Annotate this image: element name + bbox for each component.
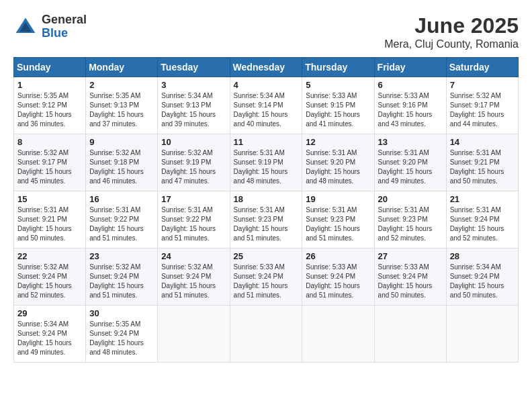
- day-info: Sunrise: 5:32 AM Sunset: 9:24 PM Dayligh…: [17, 263, 82, 300]
- day-number: 5: [306, 80, 370, 90]
- day-cell: 15Sunrise: 5:31 AM Sunset: 9:21 PM Dayli…: [14, 191, 86, 248]
- day-info: Sunrise: 5:34 AM Sunset: 9:14 PM Dayligh…: [234, 91, 299, 129]
- day-cell: [446, 306, 518, 363]
- week-row-5: 29Sunrise: 5:34 AM Sunset: 9:24 PM Dayli…: [14, 306, 519, 363]
- day-cell: 18Sunrise: 5:31 AM Sunset: 9:23 PM Dayli…: [230, 191, 302, 248]
- day-number: 25: [234, 251, 299, 261]
- day-cell: 12Sunrise: 5:31 AM Sunset: 9:20 PM Dayli…: [302, 134, 374, 191]
- day-info: Sunrise: 5:35 AM Sunset: 9:24 PM Dayligh…: [89, 320, 154, 357]
- day-header-sunday: Sunday: [14, 58, 86, 77]
- day-cell: 3Sunrise: 5:34 AM Sunset: 9:13 PM Daylig…: [158, 77, 230, 134]
- day-header-monday: Monday: [86, 58, 158, 77]
- day-number: 1: [17, 80, 82, 90]
- day-cell: 22Sunrise: 5:32 AM Sunset: 9:24 PM Dayli…: [14, 248, 86, 306]
- day-cell: 6Sunrise: 5:33 AM Sunset: 9:16 PM Daylig…: [374, 77, 446, 134]
- day-cell: 24Sunrise: 5:32 AM Sunset: 9:24 PM Dayli…: [158, 248, 230, 306]
- day-header-saturday: Saturday: [446, 58, 518, 77]
- title-area: June 2025 Mera, Cluj County, Romania: [384, 13, 519, 50]
- day-cell: 28Sunrise: 5:34 AM Sunset: 9:24 PM Dayli…: [446, 248, 518, 306]
- day-number: 15: [17, 194, 82, 204]
- day-number: 27: [378, 251, 443, 261]
- day-cell: 23Sunrise: 5:32 AM Sunset: 9:24 PM Dayli…: [86, 248, 158, 306]
- day-number: 4: [234, 80, 299, 90]
- day-info: Sunrise: 5:31 AM Sunset: 9:23 PM Dayligh…: [306, 205, 370, 243]
- week-row-3: 15Sunrise: 5:31 AM Sunset: 9:21 PM Dayli…: [14, 191, 519, 248]
- day-cell: 20Sunrise: 5:31 AM Sunset: 9:23 PM Dayli…: [374, 191, 446, 248]
- main-title: June 2025: [384, 13, 519, 38]
- day-info: Sunrise: 5:31 AM Sunset: 9:23 PM Dayligh…: [378, 205, 443, 243]
- logo-icon: [13, 15, 38, 39]
- day-number: 13: [378, 137, 443, 147]
- day-info: Sunrise: 5:33 AM Sunset: 9:16 PM Dayligh…: [378, 91, 443, 129]
- day-header-wednesday: Wednesday: [230, 58, 302, 77]
- day-info: Sunrise: 5:33 AM Sunset: 9:15 PM Dayligh…: [306, 91, 370, 129]
- day-info: Sunrise: 5:32 AM Sunset: 9:24 PM Dayligh…: [161, 263, 226, 300]
- day-number: 14: [450, 137, 515, 147]
- day-number: 18: [234, 194, 299, 204]
- day-cell: 13Sunrise: 5:31 AM Sunset: 9:20 PM Dayli…: [374, 134, 446, 191]
- day-number: 16: [89, 194, 154, 204]
- day-info: Sunrise: 5:33 AM Sunset: 9:24 PM Dayligh…: [378, 263, 443, 300]
- day-cell: [302, 306, 374, 363]
- day-cell: 14Sunrise: 5:31 AM Sunset: 9:21 PM Dayli…: [446, 134, 518, 191]
- logo: General Blue: [13, 13, 87, 40]
- day-info: Sunrise: 5:32 AM Sunset: 9:19 PM Dayligh…: [161, 148, 226, 186]
- day-info: Sunrise: 5:33 AM Sunset: 9:24 PM Dayligh…: [234, 263, 299, 300]
- day-cell: [158, 306, 230, 363]
- day-cell: 7Sunrise: 5:32 AM Sunset: 9:17 PM Daylig…: [446, 77, 518, 134]
- day-number: 12: [306, 137, 370, 147]
- day-number: 7: [450, 80, 515, 90]
- day-number: 22: [17, 251, 82, 261]
- logo-text: General Blue: [42, 13, 87, 40]
- day-info: Sunrise: 5:31 AM Sunset: 9:21 PM Dayligh…: [17, 205, 82, 243]
- day-cell: 9Sunrise: 5:32 AM Sunset: 9:18 PM Daylig…: [86, 134, 158, 191]
- day-header-friday: Friday: [374, 58, 446, 77]
- day-number: 30: [89, 308, 154, 318]
- day-cell: 27Sunrise: 5:33 AM Sunset: 9:24 PM Dayli…: [374, 248, 446, 306]
- day-cell: 26Sunrise: 5:33 AM Sunset: 9:24 PM Dayli…: [302, 248, 374, 306]
- day-number: 10: [161, 137, 226, 147]
- day-info: Sunrise: 5:35 AM Sunset: 9:12 PM Dayligh…: [17, 91, 82, 129]
- subtitle: Mera, Cluj County, Romania: [384, 38, 519, 50]
- week-row-1: 1Sunrise: 5:35 AM Sunset: 9:12 PM Daylig…: [14, 77, 519, 134]
- day-cell: [230, 306, 302, 363]
- day-number: 9: [89, 137, 154, 147]
- day-header-thursday: Thursday: [302, 58, 374, 77]
- day-info: Sunrise: 5:32 AM Sunset: 9:17 PM Dayligh…: [450, 91, 515, 129]
- day-number: 19: [306, 194, 370, 204]
- calendar: SundayMondayTuesdayWednesdayThursdayFrid…: [13, 57, 519, 363]
- day-cell: 10Sunrise: 5:32 AM Sunset: 9:19 PM Dayli…: [158, 134, 230, 191]
- day-info: Sunrise: 5:32 AM Sunset: 9:24 PM Dayligh…: [89, 263, 154, 300]
- day-number: 2: [89, 80, 154, 90]
- day-cell: 8Sunrise: 5:32 AM Sunset: 9:17 PM Daylig…: [14, 134, 86, 191]
- day-number: 20: [378, 194, 443, 204]
- day-number: 26: [306, 251, 370, 261]
- day-info: Sunrise: 5:35 AM Sunset: 9:13 PM Dayligh…: [89, 91, 154, 129]
- day-number: 23: [89, 251, 154, 261]
- day-number: 21: [450, 194, 515, 204]
- day-cell: 30Sunrise: 5:35 AM Sunset: 9:24 PM Dayli…: [86, 306, 158, 363]
- day-info: Sunrise: 5:32 AM Sunset: 9:18 PM Dayligh…: [89, 148, 154, 186]
- day-info: Sunrise: 5:34 AM Sunset: 9:13 PM Dayligh…: [161, 91, 226, 129]
- week-row-2: 8Sunrise: 5:32 AM Sunset: 9:17 PM Daylig…: [14, 134, 519, 191]
- day-cell: 25Sunrise: 5:33 AM Sunset: 9:24 PM Dayli…: [230, 248, 302, 306]
- day-info: Sunrise: 5:31 AM Sunset: 9:19 PM Dayligh…: [234, 148, 299, 186]
- day-cell: 1Sunrise: 5:35 AM Sunset: 9:12 PM Daylig…: [14, 77, 86, 134]
- day-cell: [374, 306, 446, 363]
- day-number: 17: [161, 194, 226, 204]
- day-number: 28: [450, 251, 515, 261]
- logo-blue: Blue: [42, 27, 87, 40]
- day-number: 11: [234, 137, 299, 147]
- day-cell: 21Sunrise: 5:31 AM Sunset: 9:24 PM Dayli…: [446, 191, 518, 248]
- day-number: 24: [161, 251, 226, 261]
- day-number: 8: [17, 137, 82, 147]
- day-cell: 2Sunrise: 5:35 AM Sunset: 9:13 PM Daylig…: [86, 77, 158, 134]
- day-info: Sunrise: 5:31 AM Sunset: 9:20 PM Dayligh…: [306, 148, 370, 186]
- day-info: Sunrise: 5:34 AM Sunset: 9:24 PM Dayligh…: [17, 320, 82, 357]
- day-info: Sunrise: 5:31 AM Sunset: 9:22 PM Dayligh…: [89, 205, 154, 243]
- day-cell: 11Sunrise: 5:31 AM Sunset: 9:19 PM Dayli…: [230, 134, 302, 191]
- day-info: Sunrise: 5:31 AM Sunset: 9:20 PM Dayligh…: [378, 148, 443, 186]
- header-row: SundayMondayTuesdayWednesdayThursdayFrid…: [14, 58, 519, 77]
- day-cell: 19Sunrise: 5:31 AM Sunset: 9:23 PM Dayli…: [302, 191, 374, 248]
- day-info: Sunrise: 5:32 AM Sunset: 9:17 PM Dayligh…: [17, 148, 82, 186]
